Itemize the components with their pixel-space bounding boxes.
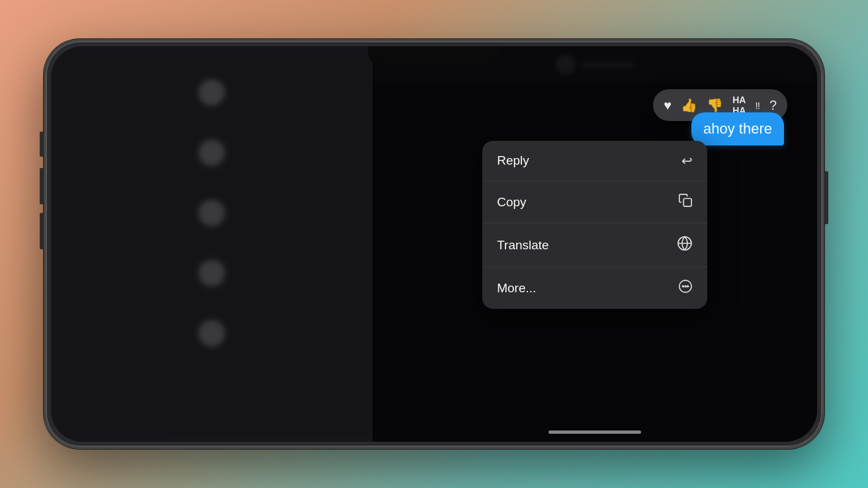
blur-avatar-1 — [198, 79, 225, 106]
blur-avatar-4 — [198, 260, 225, 286]
blur-row-2 — [64, 140, 359, 192]
translate-icon — [677, 235, 693, 255]
svg-point-3 — [683, 286, 684, 287]
more-icon — [678, 279, 693, 297]
blur-row-1 — [64, 79, 359, 132]
message-bubble: ahoy there — [691, 112, 784, 145]
context-menu-copy[interactable]: Copy — [482, 181, 707, 224]
context-menu-more[interactable]: More... — [482, 267, 707, 309]
volume-down-button — [40, 213, 43, 249]
left-panel — [51, 46, 372, 442]
right-panel: ♥ 👍 👎 HAHA ‼ ? ahoy there — [372, 46, 817, 442]
svg-point-5 — [687, 286, 689, 287]
mute-button — [40, 132, 43, 157]
reaction-exclaim-icon[interactable]: ‼ — [755, 100, 760, 111]
reply-icon: ↩ — [681, 153, 693, 169]
reaction-thumbsup-icon[interactable]: 👍 — [681, 97, 697, 113]
home-indicator — [548, 430, 641, 434]
chat-content: ♥ 👍 👎 HAHA ‼ ? ahoy there — [372, 83, 817, 442]
context-menu-reply[interactable]: Reply ↩ — [482, 141, 707, 181]
reaction-thumbsdown-icon[interactable]: 👎 — [707, 97, 723, 113]
conversation-background: ♥ 👍 👎 HAHA ‼ ? ahoy there — [51, 46, 817, 442]
copy-label: Copy — [497, 195, 526, 210]
power-button — [825, 171, 828, 224]
message-text: ahoy there — [703, 120, 772, 137]
context-menu: Reply ↩ Copy — [482, 141, 707, 309]
translate-label: Translate — [497, 238, 549, 253]
volume-up-button — [40, 168, 43, 204]
copy-icon — [678, 193, 693, 211]
blur-row-4 — [64, 260, 359, 312]
context-menu-translate[interactable]: Translate — [482, 224, 707, 267]
blur-avatar-3 — [198, 200, 225, 226]
notch — [368, 46, 500, 65]
blur-avatar-5 — [198, 320, 225, 346]
blur-row-5 — [64, 320, 359, 372]
reaction-question-icon[interactable]: ? — [769, 98, 777, 113]
phone-screen: ♥ 👍 👎 HAHA ‼ ? ahoy there — [51, 46, 817, 442]
phone-frame: ♥ 👍 👎 HAHA ‼ ? ahoy there — [44, 39, 824, 449]
blur-avatar-2 — [198, 140, 225, 166]
reaction-heart-icon[interactable]: ♥ — [664, 98, 672, 113]
phone-wrapper: ♥ 👍 👎 HAHA ‼ ? ahoy there — [44, 39, 824, 449]
svg-point-4 — [685, 286, 686, 287]
more-label: More... — [497, 281, 536, 296]
svg-rect-0 — [683, 198, 691, 206]
blur-row-3 — [64, 200, 359, 252]
reply-label: Reply — [497, 153, 529, 168]
